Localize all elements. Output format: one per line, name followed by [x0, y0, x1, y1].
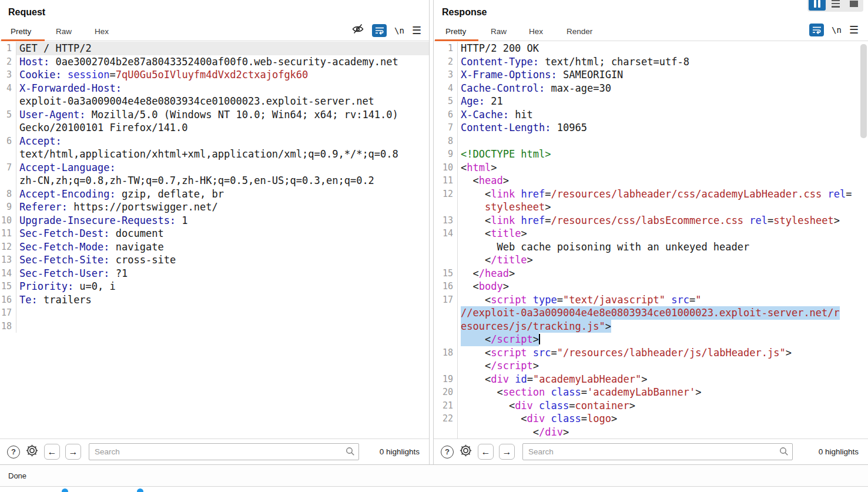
show-newlines-icon[interactable]: \n [832, 25, 842, 35]
menu-icon[interactable]: ☰ [849, 25, 859, 35]
code-line[interactable]: 13 <link href=/resources/css/labsEcommer… [434, 214, 868, 227]
code-line[interactable]: 16 <body> [434, 280, 868, 293]
code-line[interactable]: 18 <script src="/resources/labheader/js/… [434, 346, 868, 360]
search-prev-button[interactable]: ← [44, 444, 60, 460]
tab-raw[interactable]: Raw [56, 27, 72, 36]
line-number: 1 [434, 42, 458, 55]
code-line[interactable]: 15 </head> [434, 267, 868, 280]
code-line[interactable]: 6X-Cache: hit [434, 108, 868, 122]
code-line[interactable]: exploit-0a3a009004e4e8e0803934ce01000023… [0, 95, 429, 108]
show-newlines-icon[interactable]: \n [394, 26, 404, 35]
code-line[interactable]: 4Cache-Control: max-age=30 [434, 82, 868, 95]
line-number [0, 95, 16, 108]
line-number: 18 [434, 346, 458, 360]
code-line[interactable]: </div> [434, 426, 868, 439]
code-line[interactable]: 3X-Frame-Options: SAMEORIGIN [434, 68, 868, 82]
layout-rows-button[interactable] [827, 0, 844, 11]
hide-matches-icon[interactable] [351, 24, 364, 37]
code-line[interactable]: 11 <head> [434, 174, 868, 188]
line-number: 12 [434, 188, 458, 201]
tab-pretty[interactable]: Pretty [11, 27, 31, 36]
response-editor[interactable]: 1HTTP/2 200 OK2Content-Type: text/html; … [434, 42, 868, 439]
settings-icon[interactable] [459, 444, 472, 460]
help-icon[interactable]: ? [441, 446, 454, 458]
line-number: 15 [434, 267, 458, 280]
code-line[interactable]: 10<html> [434, 161, 868, 175]
code-line[interactable]: 12 <link href=/resources/labheader/css/a… [434, 188, 868, 201]
request-search-bar: ? ← → 0 highlights [0, 439, 429, 464]
line-number [434, 253, 458, 267]
code-line[interactable]: 15Priority: u=0, i [0, 280, 429, 293]
code-line[interactable]: 14Sec-Fetch-User: ?1 [0, 267, 429, 280]
code-line[interactable]: 10Upgrade-Insecure-Requests: 1 [0, 214, 429, 227]
tab-render[interactable]: Render [567, 27, 592, 36]
code-line[interactable]: 17 [0, 306, 429, 320]
code-line[interactable]: 14 <title> [434, 227, 868, 240]
tab-hex[interactable]: Hex [95, 27, 109, 36]
code-line[interactable]: zh-CN,zh;q=0.8,zh-TW;q=0.7,zh-HK;q=0.5,e… [0, 174, 429, 188]
layout-single-button[interactable] [845, 0, 862, 11]
scrollbar-thumb[interactable] [860, 44, 867, 138]
code-line[interactable]: 5Age: 21 [434, 95, 868, 108]
request-editor[interactable]: 1GET / HTTP/22Host: 0ae3002704b2e87a8043… [0, 42, 429, 439]
layout-columns-button[interactable] [809, 0, 826, 11]
code-line[interactable]: 9Referer: https://portswigger.net/ [0, 200, 429, 214]
line-number: 11 [434, 174, 458, 188]
line-number: 16 [434, 280, 458, 293]
burp-message-editor-window: Request Pretty Raw Hex \n ☰ 1GET / HTTP/… [0, 0, 868, 492]
word-wrap-icon[interactable] [372, 24, 387, 37]
code-line[interactable]: </title> [434, 253, 868, 267]
code-line[interactable]: 17 <script type="text/javascript" src=" [434, 293, 868, 307]
code-line[interactable]: Gecko/20100101 Firefox/141.0 [0, 121, 429, 135]
code-line[interactable]: </script> [434, 359, 868, 373]
code-line[interactable]: 18 [0, 320, 429, 333]
tab-raw[interactable]: Raw [491, 27, 507, 36]
code-line[interactable]: Web cache poisoning with an unkeyed head… [434, 240, 868, 254]
code-line[interactable]: 4X-Forwarded-Host: [0, 82, 429, 95]
search-next-button[interactable]: → [65, 444, 81, 460]
request-panel: Request Pretty Raw Hex \n ☰ 1GET / HTTP/… [0, 0, 430, 464]
dock-notification-dot [62, 488, 68, 492]
settings-icon[interactable] [25, 444, 39, 460]
code-line[interactable]: 19 <div id="academyLabHeader"> [434, 373, 868, 386]
help-icon[interactable]: ? [7, 446, 20, 458]
code-line[interactable]: 7Accept-Language: [0, 161, 429, 175]
code-line[interactable]: 13Sec-Fetch-Site: cross-site [0, 253, 429, 267]
code-line[interactable]: esources/js/tracking.js"> [434, 320, 868, 333]
status-bar: Done [0, 464, 868, 486]
code-line[interactable]: stylesheet> [434, 200, 868, 214]
code-line[interactable]: 1HTTP/2 200 OK [434, 42, 868, 55]
code-line[interactable]: 9<!DOCTYPE html> [434, 148, 868, 161]
code-line[interactable]: 5User-Agent: Mozilla/5.0 (Windows NT 10.… [0, 108, 429, 122]
code-line[interactable]: 1GET / HTTP/2 [0, 42, 429, 55]
menu-icon[interactable]: ☰ [412, 25, 421, 36]
code-line[interactable]: 8Accept-Encoding: gzip, deflate, br [0, 188, 429, 201]
tab-pretty[interactable]: Pretty [445, 27, 466, 36]
highlights-count: 0 highlights [380, 447, 422, 456]
code-line[interactable]: 20 <section class='academyLabBanner'> [434, 386, 868, 399]
search-prev-button[interactable]: ← [478, 444, 494, 460]
code-line[interactable]: 21 <div class=container> [434, 399, 868, 413]
code-line[interactable]: 7Content-Length: 10965 [434, 121, 868, 135]
search-input[interactable] [89, 443, 359, 460]
dock-notification-dot [137, 488, 143, 492]
code-line[interactable]: text/html,application/xhtml+xml,applicat… [0, 148, 429, 161]
code-line[interactable]: 8 [434, 135, 868, 148]
code-line[interactable]: 2Content-Type: text/html; charset=utf-8 [434, 55, 868, 69]
code-line[interactable]: 16Te: trailers [0, 293, 429, 307]
word-wrap-icon[interactable] [809, 24, 824, 36]
code-line[interactable]: 11Sec-Fetch-Dest: document [0, 227, 429, 240]
code-line[interactable]: 3Cookie: session=7qU0Gu5oIVluyfm4dVxd2ct… [0, 68, 429, 82]
code-line[interactable]: //exploit-0a3a009004e4e8e0803934ce010000… [434, 306, 868, 320]
code-line[interactable]: 22 <div class=logo> [434, 412, 868, 426]
tab-hex[interactable]: Hex [529, 27, 543, 36]
search-input[interactable] [522, 443, 793, 460]
code-line[interactable]: 2Host: 0ae3002704b2e87a8043352400af00f0.… [0, 55, 429, 69]
code-line[interactable]: </script> [434, 333, 868, 346]
code-line[interactable]: 6Accept: [0, 135, 429, 148]
search-next-button[interactable]: → [499, 444, 515, 460]
response-scrollbar[interactable] [860, 43, 867, 437]
line-number: 17 [434, 293, 458, 307]
line-number: 2 [0, 55, 16, 69]
code-line[interactable]: 12Sec-Fetch-Mode: navigate [0, 240, 429, 254]
